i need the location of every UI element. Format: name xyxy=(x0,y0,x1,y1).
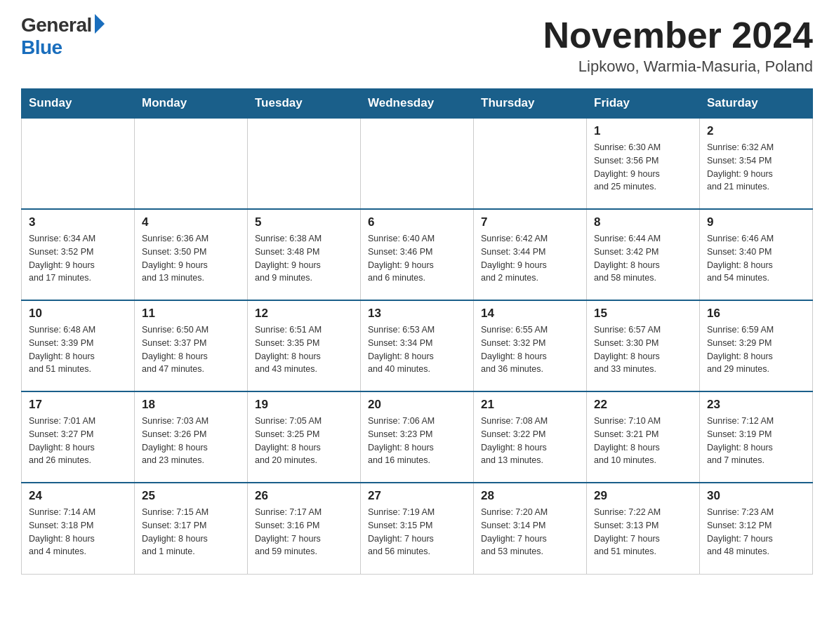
calendar-cell: 19Sunrise: 7:05 AM Sunset: 3:25 PM Dayli… xyxy=(248,391,361,483)
day-info: Sunrise: 6:40 AM Sunset: 3:46 PM Dayligh… xyxy=(368,232,466,285)
calendar-cell: 28Sunrise: 7:20 AM Sunset: 3:14 PM Dayli… xyxy=(474,483,587,574)
calendar-table: Sunday Monday Tuesday Wednesday Thursday… xyxy=(21,88,813,575)
day-info: Sunrise: 6:50 AM Sunset: 3:37 PM Dayligh… xyxy=(142,323,240,376)
day-number: 29 xyxy=(594,489,692,503)
col-monday: Monday xyxy=(135,89,248,119)
calendar-cell: 4Sunrise: 6:36 AM Sunset: 3:50 PM Daylig… xyxy=(135,209,248,300)
header: General Blue November 2024 Lipkowo, Warm… xyxy=(21,14,813,76)
day-info: Sunrise: 7:06 AM Sunset: 3:23 PM Dayligh… xyxy=(368,415,466,467)
day-info: Sunrise: 7:03 AM Sunset: 3:26 PM Dayligh… xyxy=(142,415,240,467)
calendar-cell xyxy=(474,118,587,209)
day-info: Sunrise: 6:42 AM Sunset: 3:44 PM Dayligh… xyxy=(481,232,579,285)
day-info: Sunrise: 6:53 AM Sunset: 3:34 PM Dayligh… xyxy=(368,323,466,376)
day-number: 28 xyxy=(481,489,579,503)
day-info: Sunrise: 7:23 AM Sunset: 3:12 PM Dayligh… xyxy=(707,506,805,558)
calendar-cell: 16Sunrise: 6:59 AM Sunset: 3:29 PM Dayli… xyxy=(700,300,813,391)
week-row-5: 24Sunrise: 7:14 AM Sunset: 3:18 PM Dayli… xyxy=(22,483,813,574)
day-number: 6 xyxy=(368,215,466,229)
day-info: Sunrise: 6:59 AM Sunset: 3:29 PM Dayligh… xyxy=(707,323,805,376)
day-info: Sunrise: 7:20 AM Sunset: 3:14 PM Dayligh… xyxy=(481,506,579,558)
day-number: 12 xyxy=(255,307,353,321)
calendar-cell: 18Sunrise: 7:03 AM Sunset: 3:26 PM Dayli… xyxy=(135,391,248,483)
day-info: Sunrise: 7:08 AM Sunset: 3:22 PM Dayligh… xyxy=(481,415,579,467)
calendar-cell: 21Sunrise: 7:08 AM Sunset: 3:22 PM Dayli… xyxy=(474,391,587,483)
logo-general-text: General xyxy=(21,14,92,36)
calendar-cell: 11Sunrise: 6:50 AM Sunset: 3:37 PM Dayli… xyxy=(135,300,248,391)
calendar-cell: 29Sunrise: 7:22 AM Sunset: 3:13 PM Dayli… xyxy=(587,483,700,574)
calendar-cell: 25Sunrise: 7:15 AM Sunset: 3:17 PM Dayli… xyxy=(135,483,248,574)
day-info: Sunrise: 6:57 AM Sunset: 3:30 PM Dayligh… xyxy=(594,323,692,376)
day-info: Sunrise: 6:32 AM Sunset: 3:54 PM Dayligh… xyxy=(707,141,805,194)
day-number: 25 xyxy=(142,489,240,503)
day-info: Sunrise: 7:12 AM Sunset: 3:19 PM Dayligh… xyxy=(707,415,805,467)
location: Lipkowo, Warmia-Masuria, Poland xyxy=(543,58,813,76)
day-number: 17 xyxy=(29,398,127,412)
col-friday: Friday xyxy=(587,89,700,119)
logo-triangle-icon xyxy=(95,14,105,34)
day-info: Sunrise: 6:51 AM Sunset: 3:35 PM Dayligh… xyxy=(255,323,353,376)
calendar-cell: 7Sunrise: 6:42 AM Sunset: 3:44 PM Daylig… xyxy=(474,209,587,300)
day-number: 18 xyxy=(142,398,240,412)
day-info: Sunrise: 7:15 AM Sunset: 3:17 PM Dayligh… xyxy=(142,506,240,558)
day-number: 27 xyxy=(368,489,466,503)
week-row-1: 1Sunrise: 6:30 AM Sunset: 3:56 PM Daylig… xyxy=(22,118,813,209)
day-info: Sunrise: 6:46 AM Sunset: 3:40 PM Dayligh… xyxy=(707,232,805,285)
day-info: Sunrise: 6:44 AM Sunset: 3:42 PM Dayligh… xyxy=(594,232,692,285)
col-sunday: Sunday xyxy=(22,89,135,119)
col-wednesday: Wednesday xyxy=(361,89,474,119)
day-info: Sunrise: 7:19 AM Sunset: 3:15 PM Dayligh… xyxy=(368,506,466,558)
day-number: 13 xyxy=(368,307,466,321)
calendar-cell: 20Sunrise: 7:06 AM Sunset: 3:23 PM Dayli… xyxy=(361,391,474,483)
calendar-cell: 5Sunrise: 6:38 AM Sunset: 3:48 PM Daylig… xyxy=(248,209,361,300)
calendar-cell: 23Sunrise: 7:12 AM Sunset: 3:19 PM Dayli… xyxy=(700,391,813,483)
calendar-cell: 8Sunrise: 6:44 AM Sunset: 3:42 PM Daylig… xyxy=(587,209,700,300)
col-tuesday: Tuesday xyxy=(248,89,361,119)
month-title: November 2024 xyxy=(543,14,813,56)
day-info: Sunrise: 6:36 AM Sunset: 3:50 PM Dayligh… xyxy=(142,232,240,285)
day-number: 30 xyxy=(707,489,805,503)
day-info: Sunrise: 7:17 AM Sunset: 3:16 PM Dayligh… xyxy=(255,506,353,558)
day-number: 7 xyxy=(481,215,579,229)
day-info: Sunrise: 7:01 AM Sunset: 3:27 PM Dayligh… xyxy=(29,415,127,467)
calendar-cell xyxy=(248,118,361,209)
calendar-cell: 26Sunrise: 7:17 AM Sunset: 3:16 PM Dayli… xyxy=(248,483,361,574)
day-number: 4 xyxy=(142,215,240,229)
calendar-cell: 9Sunrise: 6:46 AM Sunset: 3:40 PM Daylig… xyxy=(700,209,813,300)
day-info: Sunrise: 7:14 AM Sunset: 3:18 PM Dayligh… xyxy=(29,506,127,558)
logo-blue-text: Blue xyxy=(21,36,62,59)
calendar-cell: 3Sunrise: 6:34 AM Sunset: 3:52 PM Daylig… xyxy=(22,209,135,300)
day-info: Sunrise: 6:48 AM Sunset: 3:39 PM Dayligh… xyxy=(29,323,127,376)
calendar-cell xyxy=(135,118,248,209)
calendar-cell: 2Sunrise: 6:32 AM Sunset: 3:54 PM Daylig… xyxy=(700,118,813,209)
day-info: Sunrise: 7:05 AM Sunset: 3:25 PM Dayligh… xyxy=(255,415,353,467)
day-number: 24 xyxy=(29,489,127,503)
day-info: Sunrise: 6:34 AM Sunset: 3:52 PM Dayligh… xyxy=(29,232,127,285)
week-row-3: 10Sunrise: 6:48 AM Sunset: 3:39 PM Dayli… xyxy=(22,300,813,391)
day-number: 15 xyxy=(594,307,692,321)
calendar-cell: 27Sunrise: 7:19 AM Sunset: 3:15 PM Dayli… xyxy=(361,483,474,574)
header-row: Sunday Monday Tuesday Wednesday Thursday… xyxy=(22,89,813,119)
day-number: 26 xyxy=(255,489,353,503)
title-area: November 2024 Lipkowo, Warmia-Masuria, P… xyxy=(543,14,813,76)
calendar-cell: 1Sunrise: 6:30 AM Sunset: 3:56 PM Daylig… xyxy=(587,118,700,209)
day-info: Sunrise: 6:30 AM Sunset: 3:56 PM Dayligh… xyxy=(594,141,692,194)
calendar-cell: 15Sunrise: 6:57 AM Sunset: 3:30 PM Dayli… xyxy=(587,300,700,391)
calendar-cell xyxy=(361,118,474,209)
day-number: 21 xyxy=(481,398,579,412)
calendar-cell: 30Sunrise: 7:23 AM Sunset: 3:12 PM Dayli… xyxy=(700,483,813,574)
day-number: 9 xyxy=(707,215,805,229)
calendar-cell: 22Sunrise: 7:10 AM Sunset: 3:21 PM Dayli… xyxy=(587,391,700,483)
calendar-cell: 6Sunrise: 6:40 AM Sunset: 3:46 PM Daylig… xyxy=(361,209,474,300)
day-number: 5 xyxy=(255,215,353,229)
week-row-4: 17Sunrise: 7:01 AM Sunset: 3:27 PM Dayli… xyxy=(22,391,813,483)
day-info: Sunrise: 6:38 AM Sunset: 3:48 PM Dayligh… xyxy=(255,232,353,285)
day-info: Sunrise: 6:55 AM Sunset: 3:32 PM Dayligh… xyxy=(481,323,579,376)
day-info: Sunrise: 7:10 AM Sunset: 3:21 PM Dayligh… xyxy=(594,415,692,467)
calendar-cell xyxy=(22,118,135,209)
day-number: 1 xyxy=(594,124,692,138)
week-row-2: 3Sunrise: 6:34 AM Sunset: 3:52 PM Daylig… xyxy=(22,209,813,300)
calendar-cell: 14Sunrise: 6:55 AM Sunset: 3:32 PM Dayli… xyxy=(474,300,587,391)
day-number: 20 xyxy=(368,398,466,412)
day-number: 3 xyxy=(29,215,127,229)
day-number: 22 xyxy=(594,398,692,412)
